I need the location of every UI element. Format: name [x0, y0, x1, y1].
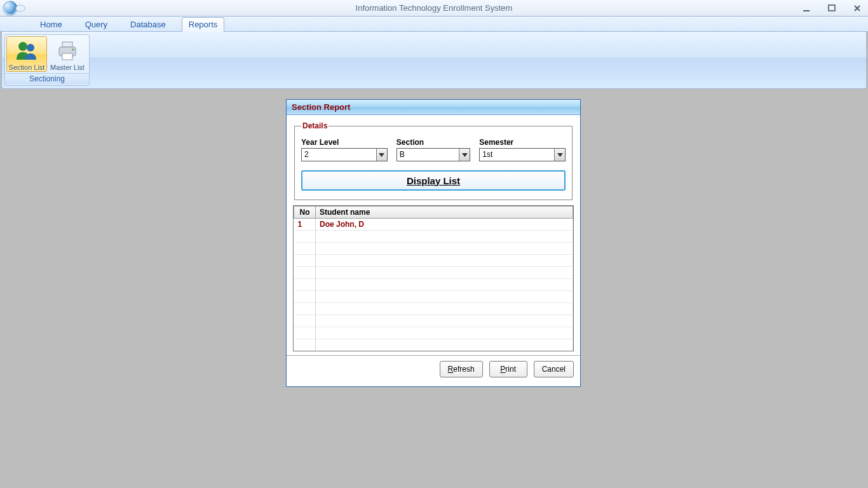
- col-no[interactable]: No: [294, 207, 316, 219]
- svg-rect-8: [62, 53, 72, 60]
- ribbon-group-label: Sectioning: [5, 73, 89, 85]
- tab-database[interactable]: Database: [123, 17, 173, 32]
- table-row: [294, 243, 573, 255]
- tab-reports[interactable]: Reports: [182, 17, 225, 32]
- table-row: [294, 255, 573, 267]
- people-icon: [14, 38, 39, 64]
- titlebar: Information Technology Enrollment System: [0, 0, 868, 17]
- svg-point-5: [27, 44, 34, 51]
- table-row: [294, 339, 573, 351]
- print-rest: rint: [505, 365, 516, 374]
- display-list-button[interactable]: Display List: [301, 170, 566, 191]
- semester-combo[interactable]: 1st: [479, 148, 566, 161]
- svg-rect-2: [803, 10, 810, 11]
- col-student[interactable]: Student name: [316, 207, 573, 219]
- semester-label: Semester: [479, 138, 566, 147]
- year-level-label: Year Level: [301, 138, 388, 147]
- app-orb[interactable]: [0, 0, 31, 17]
- refresh-rest: efresh: [453, 365, 474, 374]
- table-row: [294, 303, 573, 315]
- table-row[interactable]: 1Doe John, D: [294, 219, 573, 231]
- section-list-button[interactable]: Section List: [6, 36, 47, 72]
- details-fieldset: Details Year Level 2 Section: [294, 121, 573, 200]
- year-level-combo[interactable]: 2: [301, 148, 388, 161]
- ribbon: Section List Master List Sectioning: [1, 32, 867, 89]
- work-area: Section Report Details Year Level 2: [0, 89, 868, 488]
- ribbon-group-sectioning: Section List Master List Sectioning: [4, 34, 90, 86]
- close-button[interactable]: [850, 3, 864, 14]
- cell-no: 1: [294, 219, 316, 231]
- cancel-button[interactable]: Cancel: [534, 361, 574, 377]
- table-row: [294, 231, 573, 243]
- tab-query[interactable]: Query: [78, 17, 114, 32]
- svg-point-4: [18, 42, 27, 51]
- svg-rect-3: [829, 5, 835, 11]
- dialog-header: Section Report: [287, 100, 580, 115]
- refresh-button[interactable]: Refresh: [440, 361, 483, 377]
- section-report-dialog: Section Report Details Year Level 2: [286, 99, 581, 387]
- section-combo[interactable]: B: [397, 148, 470, 161]
- window-title: Information Technology Enrollment System: [0, 3, 868, 13]
- section-label: Section: [397, 138, 470, 147]
- table-row: [294, 291, 573, 303]
- master-list-label: Master List: [50, 64, 85, 71]
- master-list-button[interactable]: Master List: [47, 36, 88, 72]
- chevron-down-icon[interactable]: [459, 149, 470, 161]
- svg-point-1: [16, 5, 25, 11]
- section-list-label: Section List: [9, 64, 45, 71]
- dialog-footer: Refresh Print Cancel: [287, 355, 580, 386]
- semester-value: 1st: [480, 149, 554, 161]
- table-row: [294, 267, 573, 279]
- svg-rect-6: [62, 42, 72, 47]
- printer-icon: [55, 38, 80, 64]
- print-button[interactable]: Print: [489, 361, 527, 377]
- cell-student: Doe John, D: [316, 219, 573, 231]
- tabstrip: Home Query Database Reports: [0, 17, 868, 32]
- section-value: B: [397, 149, 459, 161]
- results-grid[interactable]: No Student name 1Doe John, D: [293, 205, 574, 351]
- tab-home[interactable]: Home: [33, 17, 69, 32]
- svg-point-9: [72, 49, 74, 51]
- details-legend: Details: [301, 121, 329, 130]
- svg-point-0: [3, 1, 17, 15]
- minimize-button[interactable]: [799, 3, 813, 14]
- table-row: [294, 279, 573, 291]
- table-row: [294, 327, 573, 339]
- chevron-down-icon[interactable]: [376, 149, 387, 161]
- maximize-button[interactable]: [825, 3, 839, 14]
- dialog-title: Section Report: [292, 102, 350, 112]
- year-level-value: 2: [302, 149, 376, 161]
- table-row: [294, 315, 573, 327]
- chevron-down-icon[interactable]: [554, 149, 565, 161]
